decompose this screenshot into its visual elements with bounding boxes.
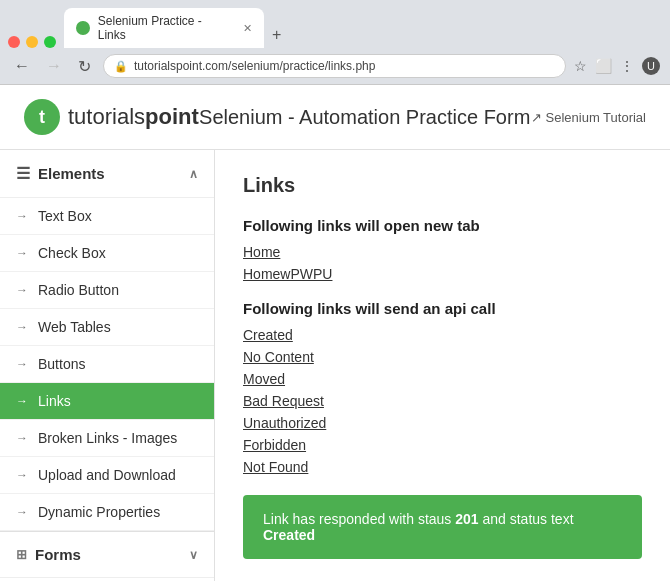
forward-button[interactable]: → <box>42 55 66 77</box>
sidebar-item-label: Text Box <box>38 208 92 224</box>
link-no-content[interactable]: No Content <box>243 349 642 365</box>
logo-letter: t <box>39 107 45 128</box>
sidebar-item-check-box[interactable]: → Check Box <box>0 235 214 272</box>
link-unauthorized[interactable]: Unauthorized <box>243 415 642 431</box>
arrow-icon: → <box>16 246 28 260</box>
tab-bar: Selenium Practice - Links ✕ + <box>0 0 670 48</box>
lock-icon: 🔒 <box>114 60 128 73</box>
sidebar-item-label: Broken Links - Images <box>38 430 177 446</box>
minimize-traffic-light[interactable] <box>26 36 38 48</box>
sidebar-item-links[interactable]: → Links <box>0 383 214 420</box>
browser-menu-icon[interactable]: ⋮ <box>620 58 634 74</box>
sidebar-item-label: Dynamic Properties <box>38 504 160 520</box>
new-tab-heading: Following links will open new tab <box>243 217 642 234</box>
sidebar-item-dynamic-properties[interactable]: → Dynamic Properties <box>0 494 214 531</box>
arrow-icon: → <box>16 209 28 223</box>
sidebar-item-label: Links <box>38 393 71 409</box>
forms-label: Forms <box>35 546 81 563</box>
arrow-icon: → <box>16 431 28 445</box>
forms-icon: ⊞ <box>16 547 27 562</box>
arrow-icon: → <box>16 320 28 334</box>
forms-chevron-icon: ∨ <box>189 548 198 562</box>
link-moved[interactable]: Moved <box>243 371 642 387</box>
api-section: Following links will send an api call Cr… <box>243 300 642 475</box>
sidebar: ☰ Elements ∧ → Text Box → Check Box → Ra… <box>0 150 215 581</box>
new-tab-button[interactable]: + <box>264 22 289 48</box>
response-banner: Link has responded with staus 201 and st… <box>243 495 642 559</box>
reload-button[interactable]: ↻ <box>74 55 95 78</box>
link-bad-request[interactable]: Bad Request <box>243 393 642 409</box>
external-link-icon: ↗ <box>531 110 542 125</box>
tab-favicon <box>76 21 90 35</box>
site-header: t tutorialspoint Selenium - Automation P… <box>0 85 670 150</box>
arrow-icon: → <box>16 505 28 519</box>
sidebar-item-text-box[interactable]: → Text Box <box>0 198 214 235</box>
elements-section-header: ☰ Elements ∧ <box>0 150 214 198</box>
elements-chevron-icon: ∧ <box>189 167 198 181</box>
link-created[interactable]: Created <box>243 327 642 343</box>
arrow-icon: → <box>16 357 28 371</box>
forms-section-header: ⊞ Forms ∨ <box>0 531 214 578</box>
page-title: Selenium - Automation Practice Form <box>199 106 530 129</box>
maximize-traffic-light[interactable] <box>44 36 56 48</box>
response-prefix: Link has responded with staus <box>263 511 455 527</box>
link-home[interactable]: Home <box>243 244 642 260</box>
new-tab-section: Following links will open new tab Home H… <box>243 217 642 282</box>
logo-icon: t <box>24 99 60 135</box>
logo-area: t tutorialspoint <box>24 99 199 135</box>
arrow-icon: → <box>16 283 28 297</box>
toolbar-icons: ☆ ⬜ ⋮ U <box>574 57 660 75</box>
logo-text: tutorialspoint <box>68 104 199 130</box>
response-status-text: Created <box>263 527 315 543</box>
sidebar-item-broken-links[interactable]: → Broken Links - Images <box>0 420 214 457</box>
extensions-icon[interactable]: ⬜ <box>595 58 612 74</box>
sidebar-item-buttons[interactable]: → Buttons <box>0 346 214 383</box>
link-home-pwpu[interactable]: HomewPWPU <box>243 266 642 282</box>
back-button[interactable]: ← <box>10 55 34 77</box>
close-traffic-light[interactable] <box>8 36 20 48</box>
url-text: tutorialspoint.com/selenium/practice/lin… <box>134 59 375 73</box>
response-middle: and status text <box>479 511 574 527</box>
sidebar-item-label: Web Tables <box>38 319 111 335</box>
sidebar-item-label: Radio Button <box>38 282 119 298</box>
content-area: Links Following links will open new tab … <box>215 150 670 581</box>
response-status-code: 201 <box>455 511 478 527</box>
profile-icon[interactable]: U <box>642 57 660 75</box>
main-layout: ☰ Elements ∧ → Text Box → Check Box → Ra… <box>0 150 670 581</box>
page: t tutorialspoint Selenium - Automation P… <box>0 85 670 581</box>
sidebar-item-label: Check Box <box>38 245 106 261</box>
link-not-found[interactable]: Not Found <box>243 459 642 475</box>
traffic-lights <box>8 36 56 48</box>
content-title: Links <box>243 174 642 197</box>
tab-close-button[interactable]: ✕ <box>243 22 252 35</box>
bookmark-star-icon[interactable]: ☆ <box>574 58 587 74</box>
elements-label: Elements <box>38 165 105 182</box>
elements-menu-icon: ☰ <box>16 164 30 183</box>
external-tutorial-link[interactable]: ↗ Selenium Tutorial <box>531 110 646 125</box>
api-heading: Following links will send an api call <box>243 300 642 317</box>
sidebar-item-radio-button[interactable]: → Radio Button <box>0 272 214 309</box>
sidebar-item-web-tables[interactable]: → Web Tables <box>0 309 214 346</box>
browser-chrome: Selenium Practice - Links ✕ + ← → ↻ 🔒 tu… <box>0 0 670 85</box>
active-tab[interactable]: Selenium Practice - Links ✕ <box>64 8 264 48</box>
sidebar-item-upload-download[interactable]: → Upload and Download <box>0 457 214 494</box>
arrow-icon: → <box>16 394 28 408</box>
sidebar-item-label: Upload and Download <box>38 467 176 483</box>
tab-title: Selenium Practice - Links <box>98 14 231 42</box>
sidebar-item-label: Buttons <box>38 356 85 372</box>
arrow-icon: → <box>16 468 28 482</box>
link-forbidden[interactable]: Forbidden <box>243 437 642 453</box>
browser-toolbar: ← → ↻ 🔒 tutorialspoint.com/selenium/prac… <box>0 48 670 85</box>
address-bar[interactable]: 🔒 tutorialspoint.com/selenium/practice/l… <box>103 54 566 78</box>
